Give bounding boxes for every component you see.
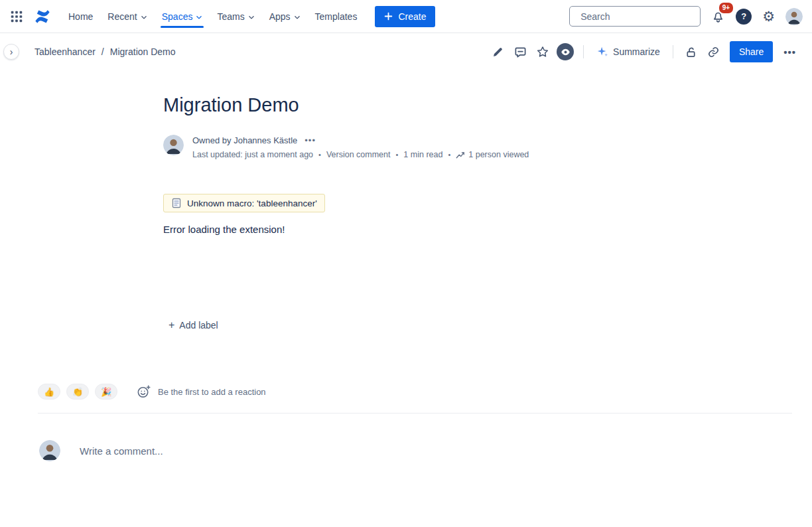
last-updated-text[interactable]: Last updated: just a moment ago	[192, 150, 313, 159]
comment-editor-row[interactable]: Write a comment...	[39, 440, 812, 461]
search-input[interactable]	[580, 11, 701, 22]
pencil-icon	[492, 46, 504, 58]
add-reaction-button[interactable]	[134, 382, 153, 401]
confluence-logo-icon	[33, 8, 52, 25]
chevron-down-icon	[294, 14, 301, 21]
reaction-prompt-text: Be the first to add a reaction	[158, 387, 266, 397]
byline-text: Owned by Johannes Kästle ••• Last update…	[192, 135, 529, 159]
page-header-bar: › Tableenhancer/Migration Demo	[0, 33, 812, 70]
watch-button[interactable]	[557, 43, 574, 60]
avatar-icon	[785, 8, 803, 25]
app-grid-icon	[9, 9, 24, 24]
viewed-text: 1 person viewed	[468, 150, 529, 159]
owned-by-text: Owned by	[192, 135, 232, 145]
nav-item-teams[interactable]: Teams	[210, 0, 261, 33]
party-emoji: 🎉	[101, 387, 111, 397]
chevron-down-icon	[196, 14, 202, 21]
star-icon	[536, 45, 549, 58]
extension-error-text: Error loading the extension!	[163, 224, 785, 235]
nav-item-apps[interactable]: Apps	[262, 0, 308, 33]
notifications-button[interactable]: 9+	[707, 5, 729, 27]
chevron-down-icon	[141, 14, 147, 21]
reactions-bar: 👍 👏 🎉 Be the first to add a reaction	[38, 382, 812, 401]
help-button[interactable]: ?	[736, 9, 752, 25]
link-icon	[707, 46, 720, 58]
byline-more-button[interactable]: •••	[303, 135, 317, 145]
settings-button[interactable]: ⚙	[758, 5, 779, 27]
macro-icon	[171, 198, 182, 208]
nav-templates-label: Templates	[315, 11, 358, 22]
dot-separator: •	[448, 151, 450, 159]
reaction-clap[interactable]: 👏	[66, 384, 89, 400]
analytics-viewed[interactable]: 1 person viewed	[456, 150, 529, 159]
topnav-right: 9+ ? ⚙	[569, 5, 803, 27]
notifications-badge: 9+	[718, 1, 734, 15]
top-navigation: Home Recent Spaces Teams Apps Templates …	[0, 0, 812, 33]
add-reaction-smiley-icon	[136, 384, 151, 400]
byline-owner-row: Owned by Johannes Kästle •••	[192, 135, 529, 145]
read-time-text: 1 min read	[403, 150, 442, 159]
share-button[interactable]: Share	[730, 41, 773, 62]
comments-button[interactable]	[509, 41, 531, 62]
ellipsis-icon: •••	[304, 135, 316, 145]
nav-recent-label: Recent	[107, 11, 137, 22]
owner-avatar[interactable]	[163, 135, 184, 155]
page-content: Migration Demo Owned by Johannes Kästle …	[0, 70, 812, 335]
plus-icon	[384, 12, 393, 21]
thumbs-up-emoji: 👍	[44, 387, 54, 397]
owned-by-label: Owned by Johannes Kästle	[192, 135, 297, 145]
clap-emoji: 👏	[72, 387, 83, 397]
dot-separator: •	[318, 151, 321, 159]
global-search[interactable]	[569, 6, 701, 27]
unknown-macro-chip[interactable]: Unknown macro: 'tableenhancer'	[163, 194, 325, 212]
reaction-party[interactable]: 🎉	[95, 384, 117, 400]
add-label-button[interactable]: + Add label	[163, 316, 224, 335]
nav-item-spaces[interactable]: Spaces	[155, 0, 210, 33]
nav-home-label: Home	[68, 11, 93, 22]
eye-icon	[561, 47, 571, 57]
nav-item-home[interactable]: Home	[61, 0, 100, 33]
nav-teams-label: Teams	[217, 11, 244, 22]
chevron-right-icon: ›	[10, 47, 13, 56]
page-title: Migration Demo	[163, 94, 785, 116]
primary-nav: Home Recent Spaces Teams Apps Templates	[61, 0, 364, 33]
content-divider	[38, 413, 792, 414]
expand-sidebar-button[interactable]: ›	[3, 44, 19, 60]
nav-item-recent[interactable]: Recent	[100, 0, 154, 33]
chevron-down-icon	[248, 14, 255, 21]
trend-chart-icon	[456, 150, 465, 159]
copy-link-button[interactable]	[703, 41, 724, 62]
comment-input[interactable]: Write a comment...	[80, 445, 163, 457]
toolbar-divider	[673, 45, 673, 58]
owner-name[interactable]: Johannes Kästle	[234, 135, 297, 145]
avatar-icon	[39, 440, 60, 461]
comment-bubble-icon	[514, 46, 527, 58]
breadcrumb-separator: /	[102, 46, 104, 57]
avatar-icon	[163, 135, 184, 155]
reaction-thumbs-up[interactable]: 👍	[38, 384, 60, 400]
version-comment-text[interactable]: Version comment	[326, 150, 391, 159]
ai-sparkle-icon	[596, 46, 608, 58]
summarize-button[interactable]: Summarize	[591, 42, 665, 61]
nav-item-templates[interactable]: Templates	[308, 0, 365, 33]
byline: Owned by Johannes Kästle ••• Last update…	[163, 135, 785, 159]
app-switcher-button[interactable]	[5, 5, 28, 28]
edit-button[interactable]	[487, 41, 508, 62]
byline-meta-row: Last updated: just a moment ago • Versio…	[192, 150, 529, 159]
profile-avatar[interactable]	[785, 8, 803, 25]
plus-icon: +	[169, 320, 174, 331]
confluence-logo[interactable]	[29, 5, 56, 29]
more-actions-button[interactable]: •••	[779, 44, 800, 60]
breadcrumb-space-link[interactable]: Tableenhancer	[32, 45, 98, 58]
favourite-button[interactable]	[532, 41, 553, 62]
breadcrumb: Tableenhancer/Migration Demo	[32, 45, 178, 58]
add-label-text: Add label	[179, 320, 218, 331]
share-label: Share	[739, 46, 764, 57]
gear-icon: ⚙	[762, 9, 775, 23]
restrictions-button[interactable]	[681, 41, 702, 62]
unknown-macro-label: Unknown macro: 'tableenhancer'	[187, 198, 317, 208]
create-button[interactable]: Create	[375, 6, 435, 27]
summarize-label: Summarize	[613, 46, 660, 57]
nav-apps-label: Apps	[269, 11, 291, 22]
breadcrumb-page-link[interactable]: Migration Demo	[107, 45, 178, 58]
